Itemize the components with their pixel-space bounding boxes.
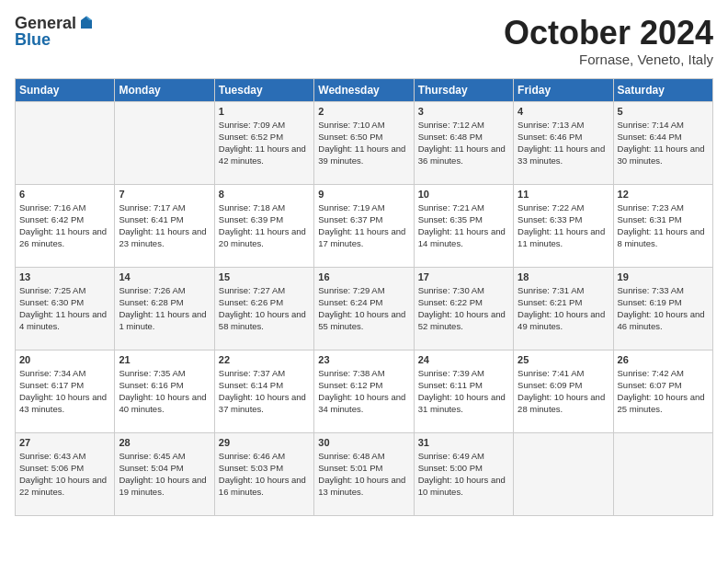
day-info: Sunrise: 6:43 AM Sunset: 5:06 PM Dayligh…	[19, 450, 110, 499]
day-info: Sunrise: 7:33 AM Sunset: 6:19 PM Dayligh…	[618, 284, 709, 333]
calendar-table: SundayMondayTuesdayWednesdayThursdayFrid…	[15, 78, 713, 516]
page-header: General Blue October 2024 Fornase, Venet…	[15, 15, 713, 67]
day-info: Sunrise: 7:14 AM Sunset: 6:44 PM Dayligh…	[618, 119, 709, 167]
week-row-5: 27Sunrise: 6:43 AM Sunset: 5:06 PM Dayli…	[16, 432, 713, 515]
day-info: Sunrise: 7:26 AM Sunset: 6:28 PM Dayligh…	[119, 284, 210, 333]
day-number: 26	[618, 354, 709, 365]
calendar-cell: 12Sunrise: 7:23 AM Sunset: 6:31 PM Dayli…	[613, 184, 712, 267]
calendar-cell	[115, 101, 214, 184]
day-number: 3	[418, 106, 509, 117]
day-info: Sunrise: 6:46 AM Sunset: 5:03 PM Dayligh…	[219, 450, 310, 499]
svg-marker-0	[81, 17, 92, 29]
day-info: Sunrise: 7:29 AM Sunset: 6:24 PM Dayligh…	[318, 284, 409, 333]
calendar-cell: 11Sunrise: 7:22 AM Sunset: 6:33 PM Dayli…	[514, 184, 613, 267]
day-info: Sunrise: 7:30 AM Sunset: 6:22 PM Dayligh…	[418, 284, 509, 333]
week-row-1: 1Sunrise: 7:09 AM Sunset: 6:52 PM Daylig…	[16, 101, 713, 184]
calendar-cell: 14Sunrise: 7:26 AM Sunset: 6:28 PM Dayli…	[115, 267, 214, 350]
day-number: 4	[518, 106, 609, 117]
calendar-cell: 19Sunrise: 7:33 AM Sunset: 6:19 PM Dayli…	[613, 267, 712, 350]
day-info: Sunrise: 7:10 AM Sunset: 6:50 PM Dayligh…	[318, 119, 409, 167]
calendar-cell: 26Sunrise: 7:42 AM Sunset: 6:07 PM Dayli…	[613, 350, 712, 432]
day-info: Sunrise: 7:21 AM Sunset: 6:35 PM Dayligh…	[418, 201, 509, 250]
day-info: Sunrise: 6:45 AM Sunset: 5:04 PM Dayligh…	[119, 450, 210, 499]
day-number: 30	[318, 437, 409, 448]
calendar-cell: 2Sunrise: 7:10 AM Sunset: 6:50 PM Daylig…	[314, 101, 414, 184]
week-row-2: 6Sunrise: 7:16 AM Sunset: 6:42 PM Daylig…	[16, 184, 713, 267]
calendar-cell: 31Sunrise: 6:49 AM Sunset: 5:00 PM Dayli…	[414, 432, 513, 515]
calendar-cell: 24Sunrise: 7:39 AM Sunset: 6:11 PM Dayli…	[414, 350, 513, 432]
day-info: Sunrise: 7:19 AM Sunset: 6:37 PM Dayligh…	[318, 201, 409, 250]
day-info: Sunrise: 7:17 AM Sunset: 6:41 PM Dayligh…	[119, 201, 210, 250]
day-number: 6	[19, 189, 110, 200]
day-number: 27	[19, 437, 110, 448]
day-header-friday: Friday	[514, 78, 613, 101]
calendar-cell: 5Sunrise: 7:14 AM Sunset: 6:44 PM Daylig…	[613, 101, 712, 184]
day-number: 24	[418, 354, 509, 365]
day-number: 18	[518, 271, 609, 282]
day-info: Sunrise: 7:31 AM Sunset: 6:21 PM Dayligh…	[518, 284, 609, 333]
day-info: Sunrise: 7:38 AM Sunset: 6:12 PM Dayligh…	[318, 367, 409, 416]
location: Fornase, Veneto, Italy	[504, 52, 713, 67]
calendar-cell: 21Sunrise: 7:35 AM Sunset: 6:16 PM Dayli…	[115, 350, 214, 432]
logo-general-text: General	[15, 15, 76, 31]
day-number: 2	[318, 106, 409, 117]
day-info: Sunrise: 7:34 AM Sunset: 6:17 PM Dayligh…	[19, 367, 110, 416]
calendar-cell	[613, 432, 712, 515]
day-number: 31	[418, 437, 509, 448]
day-number: 16	[318, 271, 409, 282]
header-row: SundayMondayTuesdayWednesdayThursdayFrid…	[16, 78, 713, 101]
day-number: 8	[219, 189, 310, 200]
day-info: Sunrise: 7:23 AM Sunset: 6:31 PM Dayligh…	[618, 201, 709, 250]
day-number: 21	[119, 354, 210, 365]
title-block: October 2024 Fornase, Veneto, Italy	[504, 15, 713, 67]
week-row-4: 20Sunrise: 7:34 AM Sunset: 6:17 PM Dayli…	[16, 350, 713, 432]
calendar-cell: 29Sunrise: 6:46 AM Sunset: 5:03 PM Dayli…	[214, 432, 313, 515]
day-number: 10	[418, 189, 509, 200]
calendar-cell: 22Sunrise: 7:37 AM Sunset: 6:14 PM Dayli…	[214, 350, 313, 432]
calendar-cell: 20Sunrise: 7:34 AM Sunset: 6:17 PM Dayli…	[16, 350, 115, 432]
calendar-cell: 13Sunrise: 7:25 AM Sunset: 6:30 PM Dayli…	[16, 267, 115, 350]
calendar-cell: 15Sunrise: 7:27 AM Sunset: 6:26 PM Dayli…	[214, 267, 313, 350]
calendar-cell: 27Sunrise: 6:43 AM Sunset: 5:06 PM Dayli…	[16, 432, 115, 515]
calendar-cell: 6Sunrise: 7:16 AM Sunset: 6:42 PM Daylig…	[16, 184, 115, 267]
week-row-3: 13Sunrise: 7:25 AM Sunset: 6:30 PM Dayli…	[16, 267, 713, 350]
calendar-cell: 9Sunrise: 7:19 AM Sunset: 6:37 PM Daylig…	[314, 184, 414, 267]
day-number: 11	[518, 189, 609, 200]
day-number: 23	[318, 354, 409, 365]
day-number: 25	[518, 354, 609, 365]
day-header-monday: Monday	[115, 78, 214, 101]
day-number: 7	[119, 189, 210, 200]
calendar-cell: 4Sunrise: 7:13 AM Sunset: 6:46 PM Daylig…	[514, 101, 613, 184]
month-title: October 2024	[504, 15, 713, 52]
day-info: Sunrise: 7:27 AM Sunset: 6:26 PM Dayligh…	[219, 284, 310, 333]
day-header-tuesday: Tuesday	[214, 78, 313, 101]
day-number: 28	[119, 437, 210, 448]
calendar-cell	[514, 432, 613, 515]
day-info: Sunrise: 7:41 AM Sunset: 6:09 PM Dayligh…	[518, 367, 609, 416]
day-number: 1	[219, 106, 310, 117]
day-info: Sunrise: 6:49 AM Sunset: 5:00 PM Dayligh…	[418, 450, 509, 499]
day-info: Sunrise: 7:12 AM Sunset: 6:48 PM Dayligh…	[418, 119, 509, 167]
day-info: Sunrise: 7:22 AM Sunset: 6:33 PM Dayligh…	[518, 201, 609, 250]
day-number: 15	[219, 271, 310, 282]
day-header-sunday: Sunday	[16, 78, 115, 101]
calendar-cell: 25Sunrise: 7:41 AM Sunset: 6:09 PM Dayli…	[514, 350, 613, 432]
day-info: Sunrise: 7:25 AM Sunset: 6:30 PM Dayligh…	[19, 284, 110, 333]
calendar-cell	[16, 101, 115, 184]
day-number: 17	[418, 271, 509, 282]
day-number: 9	[318, 189, 409, 200]
calendar-cell: 18Sunrise: 7:31 AM Sunset: 6:21 PM Dayli…	[514, 267, 613, 350]
day-number: 20	[19, 354, 110, 365]
calendar-cell: 3Sunrise: 7:12 AM Sunset: 6:48 PM Daylig…	[414, 101, 513, 184]
day-info: Sunrise: 7:18 AM Sunset: 6:39 PM Dayligh…	[219, 201, 310, 250]
day-number: 19	[618, 271, 709, 282]
day-header-wednesday: Wednesday	[314, 78, 414, 101]
day-header-saturday: Saturday	[613, 78, 712, 101]
calendar-cell: 28Sunrise: 6:45 AM Sunset: 5:04 PM Dayli…	[115, 432, 214, 515]
day-info: Sunrise: 7:13 AM Sunset: 6:46 PM Dayligh…	[518, 119, 609, 167]
day-info: Sunrise: 7:09 AM Sunset: 6:52 PM Dayligh…	[219, 119, 310, 167]
day-header-thursday: Thursday	[414, 78, 513, 101]
calendar-cell: 10Sunrise: 7:21 AM Sunset: 6:35 PM Dayli…	[414, 184, 513, 267]
day-info: Sunrise: 7:16 AM Sunset: 6:42 PM Dayligh…	[19, 201, 110, 250]
calendar-cell: 16Sunrise: 7:29 AM Sunset: 6:24 PM Dayli…	[314, 267, 414, 350]
